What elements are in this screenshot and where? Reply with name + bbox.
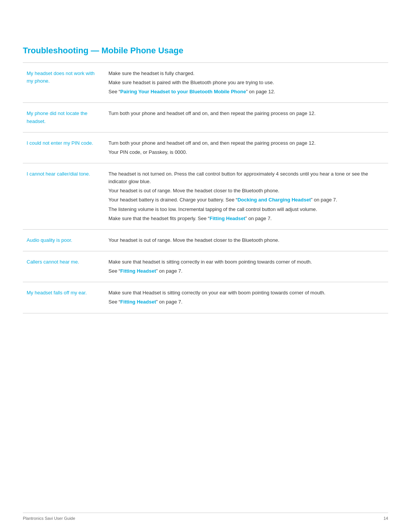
- solution-link[interactable]: Docking and Charging Headset: [237, 197, 311, 203]
- solution-text: Make sure that headset is sitting correc…: [108, 258, 384, 266]
- page-title: Troubleshooting — Mobile Phone Usage: [23, 46, 388, 56]
- solution-text: See “Pairing Your Headset to your Blueto…: [108, 88, 384, 96]
- table-row: My headset does not work with my phone.M…: [23, 63, 388, 103]
- solution-text: See “Fitting Headset” on page 7.: [108, 298, 384, 306]
- table-row: My headset falls off my ear.Make sure th…: [23, 282, 388, 313]
- page-container: Troubleshooting — Mobile Phone Usage My …: [0, 0, 411, 336]
- solution-text: Your PIN code, or Passkey, is 0000.: [108, 149, 384, 156]
- solution-cell: Make sure the headset is fully charged.M…: [105, 63, 388, 103]
- table-row: My phone did not locate the headset.Turn…: [23, 103, 388, 132]
- footer-left: Plantronics Savi User Guide: [23, 516, 75, 521]
- table-row: Callers cannot hear me.Make sure that he…: [23, 251, 388, 282]
- solution-text: Your headset battery is drained. Charge …: [108, 196, 384, 204]
- troubleshoot-table: My headset does not work with my phone.M…: [23, 63, 388, 313]
- solution-cell: Turn both your phone and headset off and…: [105, 103, 388, 132]
- solution-link[interactable]: Pairing Your Headset to your Bluetooth M…: [120, 89, 246, 94]
- solution-text: Make sure headset is paired with the Blu…: [108, 79, 384, 86]
- solution-cell: Your headset is out of range. Move the h…: [105, 229, 388, 251]
- table-row: I could not enter my PIN code.Turn both …: [23, 132, 388, 163]
- solution-text: The headset is not turned on. Press the …: [108, 170, 384, 185]
- problem-cell: My headset falls off my ear.: [23, 282, 105, 313]
- solution-text: Make sure the headset is fully charged.: [108, 70, 384, 77]
- page-footer: Plantronics Savi User Guide 14: [23, 513, 388, 521]
- solution-text: Make sure that the headset fits properly…: [108, 215, 384, 222]
- solution-text: The listening volume is too low. Increme…: [108, 206, 384, 213]
- problem-cell: I cannot hear caller/dial tone.: [23, 163, 105, 229]
- solution-link[interactable]: Fitting Headset: [210, 216, 245, 221]
- solution-cell: Make sure that Headset is sitting correc…: [105, 282, 388, 313]
- solution-text: See “Fitting Headset” on page 7.: [108, 267, 384, 275]
- table-row: I cannot hear caller/dial tone.The heads…: [23, 163, 388, 229]
- solution-text: Your headset is out of range. Move the h…: [108, 187, 384, 195]
- problem-cell: Callers cannot hear me.: [23, 251, 105, 282]
- solution-text: Turn both your phone and headset off and…: [108, 110, 384, 117]
- problem-cell: I could not enter my PIN code.: [23, 132, 105, 163]
- solution-text: Make sure that Headset is sitting correc…: [108, 289, 384, 297]
- solution-cell: The headset is not turned on. Press the …: [105, 163, 388, 229]
- solution-text: Your headset is out of range. Move the h…: [108, 236, 384, 244]
- problem-cell: My phone did not locate the headset.: [23, 103, 105, 132]
- solution-link[interactable]: Fitting Headset: [120, 299, 156, 305]
- table-row: Audio quality is poor.Your headset is ou…: [23, 229, 388, 251]
- solution-cell: Turn both your phone and headset off and…: [105, 132, 388, 163]
- solution-link[interactable]: Fitting Headset: [120, 268, 156, 274]
- footer-right: 14: [384, 516, 388, 521]
- solution-cell: Make sure that headset is sitting correc…: [105, 251, 388, 282]
- problem-cell: My headset does not work with my phone.: [23, 63, 105, 103]
- solution-text: Turn both your phone and headset off and…: [108, 139, 384, 147]
- problem-cell: Audio quality is poor.: [23, 229, 105, 251]
